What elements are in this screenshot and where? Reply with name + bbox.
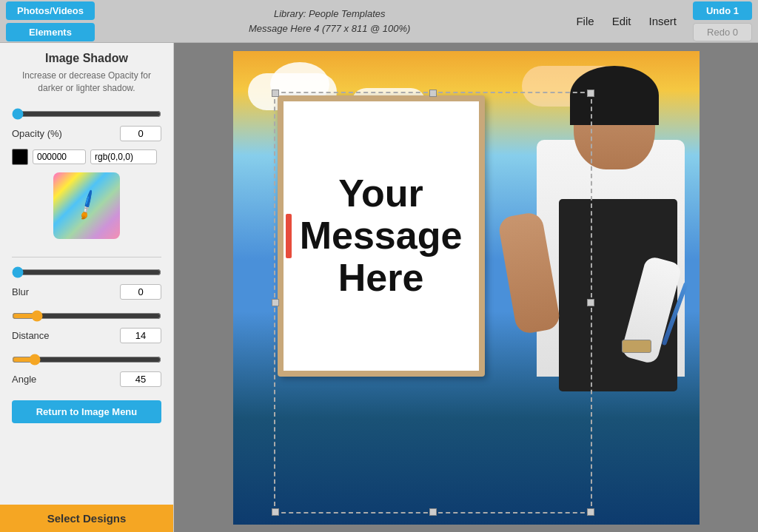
sign-red-marker [286,214,292,258]
watch [622,340,651,353]
rgb-input[interactable]: rgb(0,0,0) [90,149,157,164]
top-toolbar: Photos/Videos Elements Library: People T… [0,0,758,43]
divider-1 [12,257,161,257]
photos-videos-button[interactable]: Photos/Videos [6,1,95,20]
elements-button[interactable]: Elements [6,23,95,41]
blur-label: Blur [12,286,29,297]
canvas-area: Your Message Here [174,43,758,532]
library-info: Library: People Templates Message Here 4… [99,7,560,36]
eyedropper-icon: 🖌️ [70,189,104,223]
angle-row: Angle 45 [12,371,161,387]
person-figure-area [429,51,699,525]
menu-bar: File Edit Insert [576,15,677,27]
library-file: Message Here 4 (777 x 811 @ 100%) [99,21,560,36]
undo-button[interactable]: Undo 1 [693,1,752,20]
distance-slider[interactable] [12,310,161,322]
panel-title: Image Shadow [12,52,161,65]
undo-redo-buttons: Undo 1 Redo 0 [693,1,752,41]
file-menu[interactable]: File [576,15,594,27]
hair [570,66,659,125]
color-swatch[interactable] [12,149,28,165]
select-designs-button[interactable]: Select Designs [0,505,173,532]
canvas-mockup[interactable]: Your Message Here [233,51,700,525]
blur-input[interactable]: 0 [120,284,161,300]
nav-buttons-left: Photos/Videos Elements [6,1,95,41]
hex-input[interactable]: 000000 [33,149,86,164]
color-row: 000000 rgb(0,0,0) [12,149,161,165]
left-panel: Image Shadow Increase or decrease Opacit… [0,43,174,532]
main-content: Image Shadow Increase or decrease Opacit… [0,43,758,532]
angle-label: Angle [12,374,36,385]
background-scene: Your Message Here [233,51,700,525]
distance-input[interactable]: 14 [120,328,161,343]
opacity-row: Opacity (%) 0 [12,126,161,141]
distance-label: Distance [12,330,50,341]
insert-menu[interactable]: Insert [648,15,677,27]
opacity-label: Opacity (%) [12,128,62,139]
angle-slider[interactable] [12,354,161,366]
redo-button: Redo 0 [693,23,752,41]
opacity-slider[interactable] [12,108,161,120]
angle-input[interactable]: 45 [120,371,161,387]
panel-subtitle: Increase or decrease Opacity for darker … [12,70,161,95]
opacity-input[interactable]: 0 [120,126,161,141]
return-to-image-menu-button[interactable]: Return to Image Menu [12,400,161,423]
edit-menu[interactable]: Edit [612,15,631,27]
library-name: Library: People Templates [99,7,560,21]
distance-row: Distance 14 [12,328,161,343]
color-picker[interactable]: 🖌️ [53,172,120,239]
blur-slider[interactable] [12,266,161,278]
blur-row: Blur 0 [12,284,161,300]
